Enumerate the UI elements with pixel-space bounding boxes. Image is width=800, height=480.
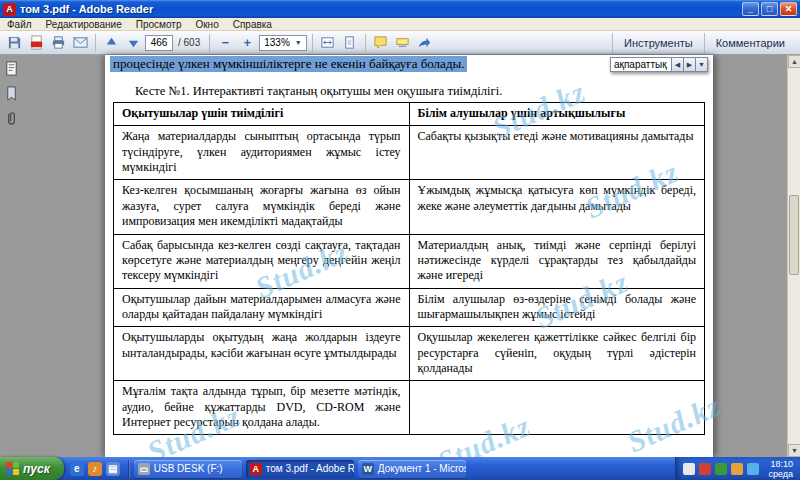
next-page-icon[interactable]	[123, 33, 143, 53]
table-cell: Мұғалім тақта алдында тұрып, бір мезетте…	[114, 381, 410, 435]
internet-explorer-icon[interactable]: e	[70, 462, 84, 476]
table-cell: Оқушылар жекелеген қажеттілікке сәйкес б…	[409, 327, 705, 381]
highlight-text-icon[interactable]	[393, 33, 413, 53]
fit-page-icon[interactable]	[340, 33, 360, 53]
attachments-icon[interactable]	[4, 111, 19, 126]
table-cell: Материалдың анық, тиімді және серпінді б…	[409, 234, 705, 288]
table-cell: Оқытушылар дайын материалдарымен алмасуғ…	[114, 288, 410, 327]
close-button[interactable]: ✕	[780, 2, 797, 16]
benefits-table-header-row: Оқытушылар үшін тиімділігіБілім алушылар…	[114, 103, 705, 126]
task-button-adobe-reader[interactable]: A том 3.pdf - Adobe Re...	[246, 460, 354, 478]
clock-time: 18:10	[768, 459, 793, 469]
table-cell: Сабақты қызықты етеді және мотивацияны д…	[409, 126, 705, 180]
previous-page-icon[interactable]	[101, 33, 121, 53]
taskbar-divider	[128, 460, 130, 478]
find-input[interactable]: ақпараттық	[610, 57, 672, 72]
tray-icon[interactable]	[747, 463, 759, 475]
table-row: Сабақ барысында кез-келген сөзді сақтауғ…	[114, 234, 705, 288]
maximize-button[interactable]: □	[761, 2, 778, 16]
bookmarks-icon[interactable]	[4, 86, 19, 101]
table-cell: Білім алушылар өз-өздеріне сенімді болад…	[409, 288, 705, 327]
zoom-in-icon[interactable]: +	[237, 33, 257, 53]
sticky-note-icon[interactable]	[371, 33, 391, 53]
menu-bar: Файл Редактирование Просмотр Окно Справк…	[0, 18, 800, 31]
page-number-input[interactable]: 466	[145, 35, 173, 51]
toolbar-right-panels: Инструменты Комментарии	[612, 33, 796, 53]
find-dropdown-icon[interactable]: ▼	[696, 57, 708, 72]
email-icon[interactable]	[70, 33, 90, 53]
task-button-label: USB DESK (F:)	[154, 463, 223, 474]
fit-width-icon[interactable]	[318, 33, 338, 53]
pdf-page: процесінде үлкен мүмкіншіліктерге не еке…	[105, 55, 713, 457]
zoom-level-select[interactable]: 133% ▼	[259, 35, 307, 51]
table-cell	[409, 381, 705, 435]
scrollbar-thumb[interactable]	[789, 195, 799, 275]
table-cell: Жаңа материалдарды сыныптың ортасында тү…	[114, 126, 410, 180]
scroll-down-icon[interactable]: ▼	[788, 444, 800, 457]
task-button-label: том 3.pdf - Adobe Re...	[266, 463, 354, 474]
page-total-label: / 603	[178, 37, 200, 48]
table-caption: Кесте №1. Интерактивті тақтаның оқытушы …	[135, 84, 502, 99]
word-document-icon: W	[362, 463, 374, 475]
navigation-pane	[0, 55, 22, 457]
find-previous-icon[interactable]: ◀	[672, 57, 684, 72]
find-next-icon[interactable]: ▶	[684, 57, 696, 72]
selected-text-line: процесінде үлкен мүмкіншіліктерге не еке…	[110, 56, 467, 72]
window-controls: _ □ ✕	[742, 2, 797, 16]
menu-window[interactable]: Окно	[188, 19, 225, 30]
toolbar-separator	[209, 34, 210, 52]
table-row: Жаңа материалдарды сыныптың ортасында тү…	[114, 126, 705, 180]
table-cell: Ұжымдық жұмысқа қатысуға көп мүмкіндік б…	[409, 180, 705, 234]
toolbar-separator	[95, 34, 96, 52]
tools-panel-button[interactable]: Инструменты	[612, 33, 704, 53]
chevron-down-icon: ▼	[295, 39, 302, 46]
tray-icon[interactable]	[731, 463, 743, 475]
table-row: Оқытушылар дайын материалдарымен алмасуғ…	[114, 288, 705, 327]
table-cell: Оқытушыларды оқытудың жаңа жолдарын ізде…	[114, 327, 410, 381]
save-icon[interactable]	[4, 33, 24, 53]
window-title: том 3.pdf - Adobe Reader	[20, 3, 153, 15]
table-header-cell: Оқытушылар үшін тиімділігі	[114, 103, 410, 126]
clock-day: среда	[768, 469, 793, 479]
toolbar-separator	[312, 34, 313, 52]
tray-clock: 18:10 среда	[768, 459, 793, 479]
zoom-out-icon[interactable]: −	[215, 33, 235, 53]
zoom-level-value: 133%	[264, 37, 290, 48]
share-icon[interactable]	[415, 33, 435, 53]
benefits-table: Оқытушылар үшін тиімділігіБілім алушылар…	[113, 102, 705, 435]
tray-icon[interactable]	[715, 463, 727, 475]
task-button-usb[interactable]: ▭ USB DESK (F:)	[134, 460, 242, 478]
menu-file[interactable]: Файл	[0, 19, 39, 30]
usb-drive-icon: ▭	[138, 463, 150, 475]
vertical-scrollbar[interactable]: ▲ ▼	[787, 55, 800, 457]
menu-view[interactable]: Просмотр	[129, 19, 189, 30]
adobe-reader-window: A том 3.pdf - Adobe Reader _ □ ✕ Файл Ре…	[0, 0, 800, 480]
find-toolbar[interactable]: ақпараттық ◀ ▶ ▼	[610, 57, 708, 72]
task-button-word[interactable]: W Документ 1 - Microso...	[358, 460, 466, 478]
menu-edit[interactable]: Редактирование	[39, 19, 129, 30]
table-cell: Сабақ барысында кез-келген сөзді сақтауғ…	[114, 234, 410, 288]
taskbar: пуск e ♪ ▤ ▭ USB DESK (F:) A том 3.pdf -…	[0, 457, 800, 480]
start-button-label: пуск	[23, 462, 50, 476]
windows-flag-icon	[6, 462, 19, 475]
table-cell: Кез-келген қосымшаның жоғарғы жағына өз …	[114, 180, 410, 234]
tray-icon[interactable]	[683, 463, 695, 475]
menu-help[interactable]: Справка	[226, 19, 279, 30]
scroll-up-icon[interactable]: ▲	[788, 55, 800, 68]
show-desktop-icon[interactable]: ▤	[106, 462, 120, 476]
media-player-icon[interactable]: ♪	[88, 462, 102, 476]
title-bar: A том 3.pdf - Adobe Reader _ □ ✕	[0, 0, 800, 18]
table-row: Оқытушыларды оқытудың жаңа жолдарын ізде…	[114, 327, 705, 381]
task-button-label: Документ 1 - Microso...	[378, 463, 466, 474]
start-button[interactable]: пуск	[0, 457, 64, 480]
tray-icon[interactable]	[699, 463, 711, 475]
minimize-button[interactable]: _	[742, 2, 759, 16]
toolbar-separator	[365, 34, 366, 52]
table-header-cell: Білім алушылар үшін артықшылығы	[409, 103, 705, 126]
comments-panel-button[interactable]: Комментарии	[704, 33, 796, 53]
pdf-create-icon[interactable]	[26, 33, 46, 53]
print-icon[interactable]	[48, 33, 68, 53]
page-thumbnails-icon[interactable]	[4, 61, 19, 76]
adobe-reader-app-icon: A	[3, 3, 16, 16]
table-row: Мұғалім тақта алдында тұрып, бір мезетте…	[114, 381, 705, 435]
